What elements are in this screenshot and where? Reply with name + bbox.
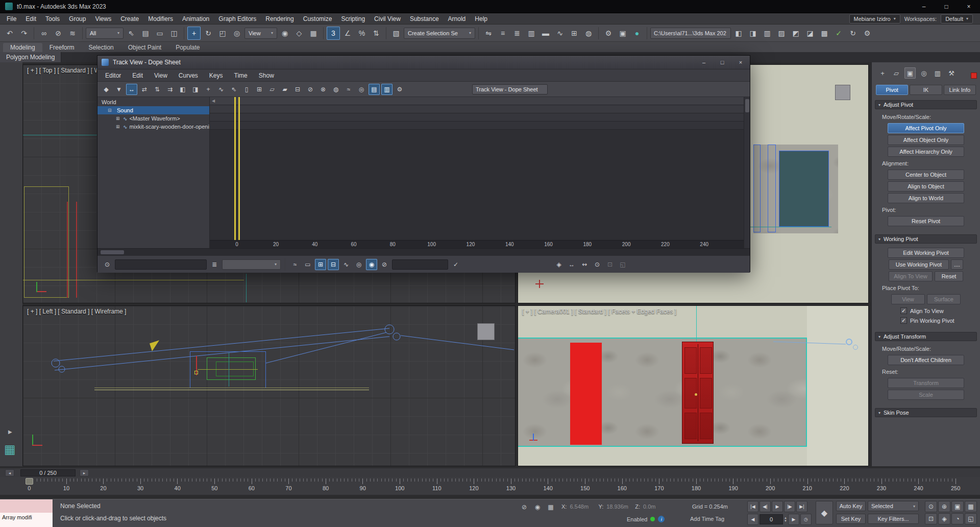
zoom-region-icon[interactable]: ⊡ — [604, 259, 616, 270]
interpolation-icon[interactable]: ▭ — [302, 259, 313, 270]
zoom-selected-object-icon[interactable]: ⊙ — [102, 259, 113, 270]
statistics-icon[interactable]: ▩ — [818, 27, 831, 40]
trackview-menu-item[interactable]: Show — [253, 72, 280, 79]
scale-keys-time-icon[interactable]: ◧ — [177, 84, 188, 95]
scrollbar-handle[interactable] — [745, 99, 749, 112]
minimize-button[interactable]: – — [695, 56, 713, 69]
bind-to-space-warp-icon[interactable]: ≋ — [66, 27, 79, 40]
set-keys-button[interactable]: ◆ — [816, 501, 833, 524]
align-icon[interactable]: ≡ — [496, 27, 509, 40]
reset-working-pivot-button[interactable]: Reset — [935, 271, 963, 281]
region-tools-icon[interactable]: ⊞ — [315, 259, 326, 270]
next-frame-icon[interactable]: |▶ — [784, 501, 795, 512]
selection-lock-icon[interactable]: ⊘ — [519, 501, 530, 513]
previous-frame-icon[interactable]: ◀| — [760, 501, 771, 512]
tab-polygon-modeling[interactable]: Polygon Modeling — [0, 52, 61, 62]
hierarchy-subtab[interactable]: Link Info — [944, 85, 976, 95]
edit-keys-icon[interactable]: ◆ — [101, 84, 112, 95]
set-key-button[interactable]: Set Key — [836, 514, 866, 524]
trackview-menu-item[interactable]: Editor — [100, 72, 127, 79]
viewport-camera-label[interactable]: [ + ] [ Camera001 ] [ Standard ] [ Facet… — [522, 308, 676, 315]
motion-tab-icon[interactable]: ◎ — [918, 67, 929, 79]
viewport-left-label[interactable]: [ + ] [ Left ] [ Standard ] [ Wireframe … — [27, 308, 126, 315]
select-and-place-icon[interactable]: ◎ — [230, 27, 243, 40]
respect-ranges-icon[interactable]: ⊘ — [379, 259, 390, 270]
reset-pivot-button[interactable]: Reset Pivot — [888, 216, 964, 226]
menu-item[interactable]: Help — [470, 13, 492, 25]
zoom-horizontal-icon[interactable]: ↭ — [579, 259, 590, 270]
zoom-icon[interactable]: ⊙ — [925, 501, 937, 512]
menu-item[interactable]: Animation — [178, 13, 214, 25]
orbit-icon[interactable]: ◔ — [951, 513, 964, 524]
zoom-all-icon[interactable]: ⊕ — [938, 501, 950, 512]
edit-keys-mode-icon[interactable]: ▤ — [369, 84, 380, 95]
menu-item[interactable]: Views — [90, 13, 116, 25]
ribbon-tab[interactable]: Modeling — [3, 43, 42, 52]
play-icon[interactable]: ▶ — [772, 501, 783, 512]
track-lane[interactable] — [210, 97, 744, 105]
angle-snap-icon[interactable]: ∠ — [341, 27, 354, 40]
reset-transform-button[interactable]: Transform — [888, 378, 964, 388]
tree-row[interactable]: ⊞ ∿ mixkit-scary-wooden-door-opening-1 — [97, 123, 209, 131]
pivot-mode-button[interactable]: Affect Object Only — [888, 135, 964, 145]
manage-layers-icon[interactable]: ▥ — [761, 27, 774, 40]
track-list-icon[interactable]: ≣ — [209, 259, 220, 270]
pivot-mode-button[interactable]: Affect Hierarchy Only — [888, 147, 964, 157]
spinner-snap-icon[interactable]: ⇅ — [370, 27, 383, 40]
key-filters-button[interactable]: Key Filters... — [868, 514, 919, 524]
time-slider-handle[interactable] — [26, 478, 33, 485]
menu-item[interactable]: File — [2, 13, 21, 25]
material-editor-icon[interactable]: ◍ — [582, 27, 595, 40]
snap-frames-icon[interactable]: ⊞ — [254, 84, 265, 95]
scale-values-icon[interactable]: ◨ — [190, 84, 201, 95]
go-to-end-icon[interactable]: ▶| — [796, 501, 807, 512]
pivot-mode-button[interactable]: Affect Pivot Only — [888, 123, 964, 133]
expand-layout-arrow-icon[interactable]: ▶ — [8, 429, 12, 435]
viewport-layout-grid-icon[interactable]: ▦ — [4, 442, 16, 457]
window-crossing-icon[interactable]: ◫ — [167, 27, 181, 40]
scrollbar-handle[interactable] — [101, 250, 124, 254]
show-sound-track-icon[interactable]: ≈ — [343, 84, 354, 95]
ribbon-tab[interactable]: Populate — [168, 43, 207, 52]
spinner-down-icon[interactable]: ▼ — [784, 519, 787, 522]
track-view-utilities-icon[interactable]: ⚙ — [394, 84, 405, 95]
auto-key-button[interactable]: Auto Key — [836, 501, 866, 511]
create-selection-set-icon[interactable]: ✓ — [450, 259, 461, 270]
hierarchy-subtab[interactable]: Pivot — [876, 85, 908, 95]
menu-item[interactable]: Graph Editors — [214, 13, 261, 25]
hierarchy-subtab[interactable]: IK — [910, 85, 942, 95]
pin-working-pivot-checkbox[interactable]: ✓ Pin Working Pivot — [875, 316, 977, 325]
menu-item[interactable]: Substance — [405, 13, 444, 25]
track-lane[interactable] — [210, 105, 744, 113]
zoom-extents-all-icon[interactable]: ▦ — [965, 501, 977, 512]
rendered-frame-icon[interactable]: ▣ — [616, 27, 629, 40]
tree-root-world[interactable]: World — [97, 97, 209, 106]
select-and-scale-icon[interactable]: ◰ — [216, 27, 229, 40]
grid-toggle-icon[interactable]: ▦ — [545, 501, 556, 513]
copy-keys-icon[interactable]: ▱ — [266, 84, 278, 95]
use-pivot-center-icon[interactable]: ◉ — [278, 27, 291, 40]
frame-spinner[interactable]: ▲ ▼ — [784, 516, 787, 522]
menu-item[interactable]: Customize — [299, 13, 337, 25]
close-button[interactable]: × — [731, 56, 750, 69]
reset-scale-button[interactable]: Scale — [888, 390, 964, 400]
edit-ranges-mode-icon[interactable]: ▥ — [381, 84, 393, 95]
utilities-tab-icon[interactable]: ⚒ — [946, 67, 957, 79]
tree-row[interactable]: ⊟ Sound — [97, 106, 209, 114]
select-by-name-icon[interactable]: ▤ — [139, 27, 152, 40]
waveform-display-icon[interactable]: ∿ — [340, 259, 352, 270]
minimize-button[interactable]: – — [913, 0, 935, 13]
modify-subtree-toggle-icon[interactable]: ◎ — [353, 259, 364, 270]
trackview-menu-item[interactable]: Curves — [173, 72, 204, 79]
select-time-icon[interactable]: ⊟ — [328, 259, 339, 270]
timeline-ruler[interactable]: 0102030405060708090100110120130140150160… — [0, 477, 980, 495]
xview-icon[interactable]: ◩ — [789, 27, 802, 40]
ribbon-tab[interactable]: Freeform — [42, 43, 82, 52]
trackview-horizontal-scrollbar[interactable] — [97, 248, 750, 255]
scroll-left-arrow-icon[interactable]: ◀ — [212, 99, 215, 103]
viewport-left[interactable]: [ + ] [ Left ] [ Standard ] [ Wireframe … — [22, 305, 516, 466]
show-keyable-icon[interactable]: ◍ — [330, 84, 341, 95]
current-frame-field[interactable] — [760, 514, 783, 524]
time-marker-line[interactable] — [234, 97, 236, 240]
alignment-button[interactable]: Center to Object — [888, 170, 964, 180]
